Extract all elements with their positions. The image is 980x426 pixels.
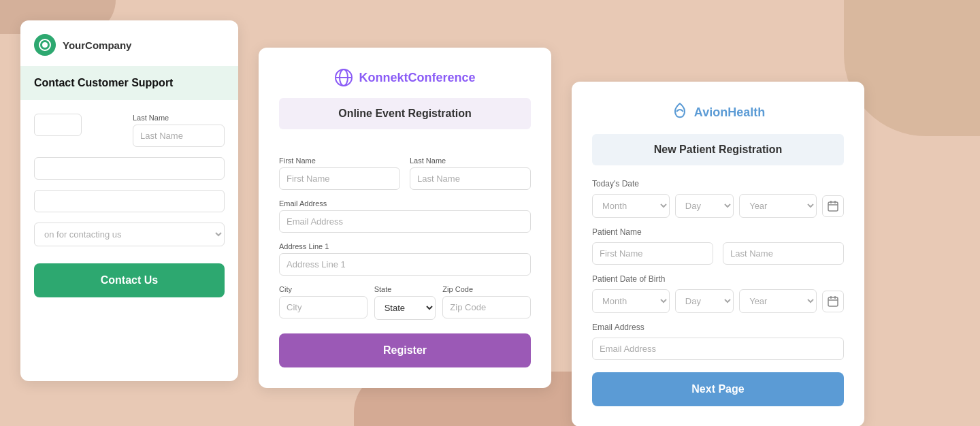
patient-registration-card: AvionHealth New Patient Registration Tod… xyxy=(572,82,864,426)
card2-body: First Name Last Name Email Address Addre… xyxy=(279,157,531,367)
konnekt-logo-icon xyxy=(334,68,353,87)
contact-us-button[interactable]: Contact Us xyxy=(34,263,225,297)
yourcompany-logo-text: YourCompany xyxy=(63,39,131,51)
svg-point-1 xyxy=(42,42,48,48)
avionhealth-logo-icon xyxy=(671,102,689,123)
card1-body: Last Name on for contacting us Contact U… xyxy=(20,114,238,297)
card2-city-label: City xyxy=(279,285,368,293)
avion-logo: AvionHealth xyxy=(592,102,844,123)
card2-city-group: City xyxy=(279,285,368,320)
card1-last-name-input[interactable] xyxy=(133,125,225,147)
register-button[interactable]: Register xyxy=(279,333,531,367)
card3-todays-date-calendar-icon[interactable] xyxy=(822,195,844,217)
card3-todays-month-select[interactable]: Month xyxy=(592,194,670,218)
card3-title: New Patient Registration xyxy=(654,144,782,155)
yourcompany-logo-icon xyxy=(34,34,56,56)
konnekt-logo: KonnektConference xyxy=(334,68,475,87)
card3-dob-month-select[interactable]: Month xyxy=(592,289,670,313)
card2-email-input[interactable] xyxy=(279,210,531,233)
card2-location-row: City State State Zip Code xyxy=(279,285,531,320)
card2-zip-label: Zip Code xyxy=(442,285,531,293)
card3-email-label: Email Address xyxy=(592,323,844,332)
card3-dob-year-select[interactable]: Year xyxy=(739,289,817,313)
card3-dob-day-select[interactable]: Day xyxy=(675,289,734,313)
card3-dob-date-row: Month Day Year xyxy=(592,289,844,313)
avionhealth-logo-text: AvionHealth xyxy=(694,105,765,120)
card2-zip-group: Zip Code xyxy=(442,285,531,320)
card1-title-bar: Contact Customer Support xyxy=(20,66,238,100)
card3-dob-group: Patient Date of Birth Month Day Year xyxy=(592,274,844,313)
card1-reason-select[interactable]: on for contacting us xyxy=(34,223,225,246)
card3-patient-name-label: Patient Name xyxy=(592,227,844,237)
card3-todays-date-label: Today's Date xyxy=(592,179,844,189)
card1-title: Contact Customer Support xyxy=(34,77,173,88)
event-registration-card: KonnektConference Online Event Registrat… xyxy=(259,48,551,388)
card2-zip-input[interactable] xyxy=(442,296,531,318)
card2-header: KonnektConference Online Event Registrat… xyxy=(279,68,531,143)
card2-first-name-label: First Name xyxy=(279,157,400,165)
konnekt-logo-text: KonnektConference xyxy=(359,71,475,85)
card2-state-label: State xyxy=(374,285,436,293)
card3-patient-name-group: Patient Name xyxy=(592,227,844,265)
svg-rect-9 xyxy=(828,297,838,306)
card2-first-name-group: First Name xyxy=(279,157,400,190)
card2-last-name-input[interactable] xyxy=(410,167,531,190)
card2-email-label: Email Address xyxy=(279,199,531,208)
card2-state-group: State State xyxy=(374,285,436,320)
card2-address-input[interactable] xyxy=(279,253,531,276)
card3-todays-date-row: Month Day Year xyxy=(592,194,844,218)
card3-title-bar: New Patient Registration xyxy=(592,134,844,165)
cards-container: YourCompany Contact Customer Support Las… xyxy=(0,0,980,426)
card1-field3-input[interactable] xyxy=(34,190,225,212)
card2-title: Online Event Registration xyxy=(338,108,472,119)
card2-city-input[interactable] xyxy=(279,296,368,318)
card2-address-label: Address Line 1 xyxy=(279,242,531,250)
card2-first-name-input[interactable] xyxy=(279,167,400,190)
card3-todays-day-select[interactable]: Day xyxy=(675,194,734,218)
card3-email-group: Email Address xyxy=(592,323,844,360)
contact-support-card: YourCompany Contact Customer Support Las… xyxy=(20,20,238,381)
card2-email-group: Email Address xyxy=(279,199,531,233)
svg-rect-5 xyxy=(828,202,838,211)
card1-first-name-group xyxy=(34,114,126,147)
card2-address-group: Address Line 1 xyxy=(279,242,531,276)
card1-first-name-input[interactable] xyxy=(34,114,82,136)
card3-patient-first-name-input[interactable] xyxy=(592,242,713,265)
card3-email-input[interactable] xyxy=(592,338,844,360)
card1-header: YourCompany xyxy=(20,20,238,66)
card1-reason-group: on for contacting us xyxy=(34,223,225,246)
card1-name-row: Last Name xyxy=(34,114,225,147)
card3-body: Today's Date Month Day Year xyxy=(592,179,844,406)
card2-last-name-label: Last Name xyxy=(410,157,531,165)
card3-dob-label: Patient Date of Birth xyxy=(592,274,844,284)
next-page-button[interactable]: Next Page xyxy=(592,372,844,406)
card2-title-bar: Online Event Registration xyxy=(279,98,531,129)
card2-name-row: First Name Last Name xyxy=(279,157,531,190)
card1-field2-input[interactable] xyxy=(34,157,225,180)
card3-patient-last-name-input[interactable] xyxy=(723,242,844,265)
card1-last-name-label: Last Name xyxy=(133,114,225,122)
card3-patient-name-row xyxy=(592,242,844,265)
card2-last-name-group: Last Name xyxy=(410,157,531,190)
card3-todays-year-select[interactable]: Year xyxy=(739,194,817,218)
card3-todays-date-group: Today's Date Month Day Year xyxy=(592,179,844,218)
card2-state-select[interactable]: State xyxy=(374,296,436,320)
card3-dob-calendar-icon[interactable] xyxy=(822,291,844,312)
card1-field2-group xyxy=(34,157,225,180)
card1-last-name-group: Last Name xyxy=(133,114,225,147)
card1-field3-group xyxy=(34,190,225,212)
